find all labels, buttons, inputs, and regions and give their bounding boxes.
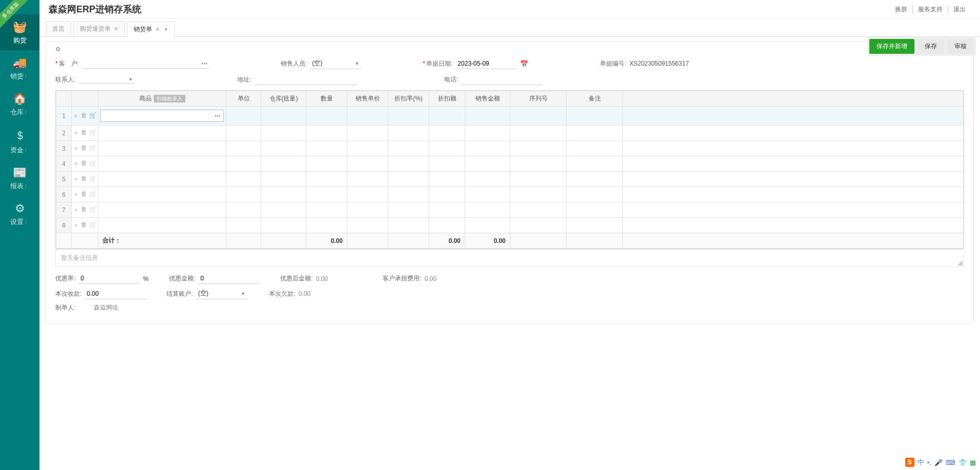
sidebar-label: 购货	[13, 36, 27, 45]
add-row-icon[interactable]: ＋	[73, 190, 79, 199]
billdate-input[interactable]	[455, 58, 517, 69]
add-row-icon[interactable]: ＋	[73, 112, 79, 120]
tab-0[interactable]: 首页	[46, 21, 71, 36]
creator-value: 森焱网络	[94, 303, 118, 312]
sidebar-item-4[interactable]: 📰 报表〉	[0, 160, 39, 196]
cart-icon[interactable]: 🛒	[89, 221, 97, 230]
contact-picker[interactable]: ▼	[78, 76, 135, 84]
items-grid: 商品扫描枪录入 单位 仓库(批量) 数量 销售单价 折扣率(%) 折扣额 销售金…	[55, 90, 964, 249]
col-amount: 销售金额	[465, 91, 510, 107]
delete-row-icon[interactable]: 🗑	[81, 144, 87, 153]
add-row-icon[interactable]: ＋	[73, 175, 79, 183]
chevron-right-icon: 〉	[25, 147, 29, 154]
grid-row[interactable]: 8 ＋ 🗑 🛒	[56, 218, 964, 233]
ime-skin-icon[interactable]: 👕	[958, 459, 967, 466]
save-button[interactable]: 保存	[918, 39, 944, 54]
col-qty: 数量	[306, 91, 347, 107]
address-input[interactable]	[255, 74, 357, 85]
sidebar-item-3[interactable]: ＄ 资金〉	[0, 122, 39, 160]
cart-icon[interactable]: 🛒	[89, 159, 97, 168]
cart-icon[interactable]: 🛒	[89, 206, 97, 214]
customer-picker[interactable]: ⋯	[82, 59, 209, 69]
settle-account-picker[interactable]: (空) ▼	[196, 288, 247, 299]
add-row-icon[interactable]: ＋	[73, 129, 79, 137]
ellipsis-icon[interactable]: ⋯	[215, 112, 220, 119]
add-row-icon[interactable]: ＋	[73, 144, 79, 153]
col-warehouse: 仓库(批量)	[261, 91, 306, 107]
product-cell-input[interactable]: ⋯	[100, 110, 224, 122]
sidebar-icon: ⚙	[15, 202, 25, 215]
delete-row-icon[interactable]: 🗑	[81, 175, 87, 183]
ime-mic-icon[interactable]: 🎤	[934, 459, 943, 466]
sidebar-item-5[interactable]: ⚙ 设置〉	[0, 196, 39, 232]
delete-row-icon[interactable]: 🗑	[81, 112, 87, 120]
salesperson-label: 销售人员:	[281, 59, 307, 68]
grid-row[interactable]: 3 ＋ 🗑 🛒	[56, 141, 964, 156]
ime-lang-icon[interactable]: 中	[918, 458, 924, 467]
grid-row[interactable]: 2 ＋ 🗑 🛒	[56, 126, 964, 141]
add-row-icon[interactable]: ＋	[73, 221, 79, 230]
chevron-down-icon[interactable]: ▼	[164, 27, 168, 32]
calendar-icon[interactable]: 📅	[520, 60, 528, 68]
grid-sum-row: 合计： 0.00 0.00 0.00	[56, 233, 964, 249]
notes-textarea[interactable]: 暂无备注信息	[55, 249, 964, 267]
grid-row[interactable]: 5 ＋ 🗑 🛒	[56, 172, 964, 187]
delete-row-icon[interactable]: 🗑	[81, 159, 87, 168]
ime-keyboard-icon[interactable]: ⌨	[946, 459, 955, 466]
add-row-icon[interactable]: ＋	[73, 206, 79, 214]
customer-fee-value: 0.00	[425, 275, 436, 282]
header-link-1[interactable]: 服务支持	[913, 5, 948, 14]
ime-logo-icon[interactable]: S	[905, 458, 914, 467]
ellipsis-icon[interactable]: ⋯	[201, 60, 207, 67]
header-links: 换肤服务支持退出	[890, 5, 971, 14]
delete-row-icon[interactable]: 🗑	[81, 221, 87, 230]
header-link-2[interactable]: 退出	[948, 5, 971, 14]
cart-icon[interactable]: 🛒	[89, 144, 97, 153]
ime-toolbox-icon[interactable]: ▦	[970, 459, 976, 466]
grid-row[interactable]: 6 ＋ 🗑 🛒	[56, 187, 964, 202]
cart-icon[interactable]: 🛒	[89, 190, 97, 199]
tab-2[interactable]: 销货单✕▼	[127, 22, 175, 37]
creator-label: 制单人:	[55, 303, 75, 312]
sidebar-item-1[interactable]: 🚚 销货〉	[0, 50, 39, 86]
audit-button[interactable]: 审核	[947, 39, 974, 54]
discount-amt-input[interactable]	[198, 273, 260, 284]
ime-punct-icon[interactable]: •,	[927, 459, 931, 466]
sidebar-item-2[interactable]: 🏠 仓库〉	[0, 86, 39, 122]
row-number: 8	[56, 218, 72, 233]
scan-badge[interactable]: 扫描枪录入	[154, 95, 185, 103]
resize-handle-icon[interactable]	[957, 260, 963, 265]
panel-settings-icon[interactable]: ⚙	[55, 46, 61, 53]
grid-row[interactable]: 1 ＋ 🗑 🛒 ⋯	[56, 107, 964, 126]
col-discount-amt: 折扣额	[429, 91, 465, 107]
save-and-new-button[interactable]: 保存并新增	[869, 39, 914, 54]
chevron-right-icon: 〉	[25, 183, 29, 190]
discount-amt-label: 优惠金额:	[169, 274, 195, 283]
sidebar: 🧺 购货🚚 销货〉🏠 仓库〉＄ 资金〉📰 报表〉⚙ 设置〉	[0, 0, 39, 470]
col-price: 销售单价	[347, 91, 388, 107]
grid-row[interactable]: 4 ＋ 🗑 🛒	[56, 156, 964, 172]
salesperson-picker[interactable]: (空) ▼	[310, 58, 361, 69]
sidebar-icon: 📰	[13, 166, 27, 179]
delete-row-icon[interactable]: 🗑	[81, 129, 87, 137]
sidebar-label: 资金	[10, 146, 24, 155]
close-icon[interactable]: ✕	[114, 26, 118, 32]
this-receive-input[interactable]	[85, 289, 146, 299]
discount-rate-input[interactable]	[78, 273, 140, 284]
delete-row-icon[interactable]: 🗑	[81, 206, 87, 214]
delete-row-icon[interactable]: 🗑	[81, 190, 87, 199]
cart-icon[interactable]: 🛒	[89, 129, 97, 137]
cart-icon[interactable]: 🛒	[89, 112, 97, 120]
header-link-0[interactable]: 换肤	[890, 5, 913, 14]
grid-row[interactable]: 7 ＋ 🗑 🛒	[56, 202, 964, 218]
customer-label: 客 户:	[55, 59, 79, 68]
phone-input[interactable]	[461, 74, 542, 85]
row-number: 1	[56, 107, 72, 126]
close-icon[interactable]: ✕	[155, 26, 160, 33]
row-number: 3	[56, 141, 72, 156]
tab-1[interactable]: 购货退货单✕	[73, 21, 125, 36]
cart-icon[interactable]: 🛒	[89, 175, 97, 183]
col-unit: 单位	[226, 91, 261, 107]
add-row-icon[interactable]: ＋	[73, 159, 79, 168]
chevron-right-icon: 〉	[25, 219, 29, 226]
